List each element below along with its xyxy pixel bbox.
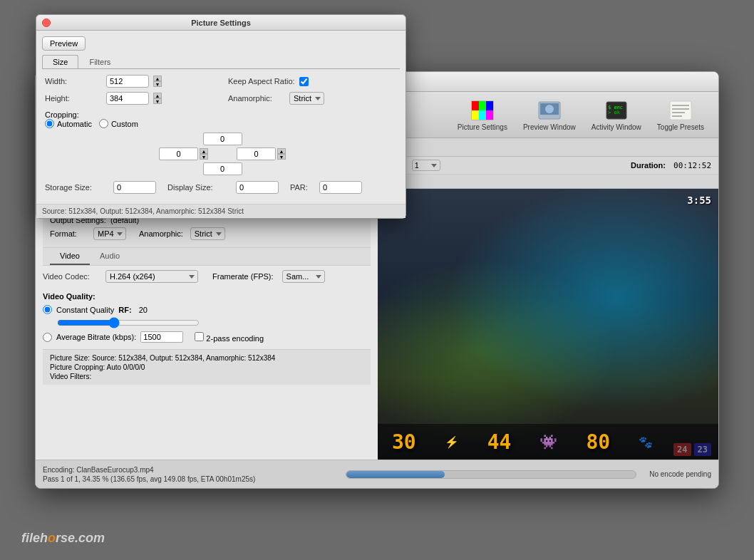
activity-window-button[interactable]: $ enc > ok Activity Window <box>584 96 649 134</box>
svg-rect-45 <box>669 299 712 319</box>
svg-marker-36 <box>648 189 718 460</box>
cropping-title: Cropping: <box>45 110 79 119</box>
codec-select[interactable]: H.264 (x264) <box>105 270 198 283</box>
progress-bar-fill <box>346 471 445 478</box>
width-input[interactable] <box>106 75 149 88</box>
crop-right-up[interactable]: ▲ <box>277 148 286 154</box>
game-preview-svg <box>378 189 718 460</box>
height-down[interactable]: ▼ <box>153 98 162 104</box>
picture-settings-label: Picture Settings <box>458 123 507 131</box>
par-input[interactable] <box>319 181 362 194</box>
svg-rect-44 <box>384 296 427 317</box>
framerate-select[interactable]: Sam... <box>282 270 325 283</box>
crop-custom-radio[interactable] <box>99 119 108 128</box>
toolbar-right: Picture Settings Preview Window $ enc <box>450 96 711 134</box>
avg-bitrate-label: Average Bitrate (kbps): <box>56 333 136 341</box>
height-input[interactable] <box>106 92 149 105</box>
crop-left-down[interactable]: ▼ <box>200 154 208 160</box>
avg-bitrate-row: Average Bitrate (kbps): 2-pass encoding <box>43 331 371 343</box>
preview-window-button[interactable]: Preview Window <box>516 96 583 134</box>
info-line3: Video Filters: <box>50 373 363 380</box>
modal-body: Preview Size Filters Width: ▲ ▼ <box>36 71 406 199</box>
anamorphic-row: Anamorphic: Strict <box>228 92 397 105</box>
score-mid: 44 <box>487 430 512 454</box>
modal-status: Source: 512x384, Output: 512x384, Anamor… <box>36 204 406 218</box>
height-spinner[interactable]: ▲ ▼ <box>153 93 162 104</box>
constant-quality-label: Constant Quality <box>56 306 114 314</box>
height-up[interactable]: ▲ <box>153 93 162 98</box>
picture-settings-icon <box>471 99 494 122</box>
storage-input[interactable] <box>113 181 156 194</box>
preview-window-label: Preview Window <box>523 123 576 131</box>
cropping-radios: Automatic Custom <box>45 119 400 128</box>
duration-label: Duration: <box>631 161 668 170</box>
middle-section: File: Browse Output Settings: (default) … <box>36 189 718 460</box>
quality-slider-container <box>43 317 371 328</box>
info-line1: Picture Size: Source: 512x384, Output: 5… <box>50 354 363 362</box>
tab-audio[interactable]: Audio <box>90 248 130 265</box>
video-quality-section: Video Quality: Constant Quality RF: 20 A… <box>43 289 371 349</box>
avg-bitrate-radio[interactable] <box>43 333 52 342</box>
svg-marker-37 <box>448 303 648 317</box>
display-input[interactable] <box>236 181 279 194</box>
svg-rect-43 <box>655 278 661 317</box>
modal-fields: Width: ▲ ▼ Keep Aspect Ratio: Height: <box>42 75 400 105</box>
crop-left-input[interactable] <box>159 147 198 160</box>
cropping-section: Cropping: Automatic Custom <box>42 110 400 175</box>
anamorphic-label: Anamorphic: <box>139 229 183 238</box>
svg-text:> ok: > ok <box>608 110 621 115</box>
svg-rect-17 <box>486 101 493 110</box>
crop-left-up[interactable]: ▲ <box>200 148 208 154</box>
twopass-checkbox[interactable] <box>195 332 204 341</box>
crop-top-input[interactable] <box>203 133 242 145</box>
crop-right-input[interactable] <box>237 147 276 160</box>
tabs-row: Video Audio <box>43 248 371 266</box>
toggle-presets-button[interactable]: Toggle Presets <box>650 96 711 134</box>
modal-anamorphic-select[interactable]: Strict <box>289 92 324 105</box>
width-row: Width: ▲ ▼ <box>45 75 214 88</box>
width-up[interactable]: ▲ <box>153 76 162 81</box>
svg-marker-34 <box>378 189 718 260</box>
crop-custom-text: Custom <box>111 120 138 128</box>
pass-status: Pass 1 of 1, 34.35 % (136.65 fps, avg 14… <box>43 475 333 483</box>
quality-slider[interactable] <box>57 317 200 328</box>
main-window: HandBrake Source Stop <box>35 71 719 489</box>
crop-grid: ▲ ▼ ▲ ▼ <box>45 133 400 175</box>
constant-quality-row: Constant Quality RF: 20 <box>43 305 371 314</box>
svg-rect-38 <box>520 260 577 317</box>
toggle-presets-label: Toggle Presets <box>657 123 704 131</box>
toggle-presets-icon <box>669 99 692 122</box>
format-select[interactable]: MP4 <box>93 227 126 240</box>
watermark: filehorse.com <box>21 531 105 546</box>
preview-area: 3:55 24 23 30 ⚡ 44 👾 80 🐾 <box>378 189 718 460</box>
bitrate-input[interactable] <box>140 331 183 343</box>
preview-window-icon <box>538 99 561 122</box>
keep-aspect-checkbox[interactable] <box>299 77 309 86</box>
score-right: 80 <box>586 430 610 454</box>
crop-auto-text: Automatic <box>57 120 92 128</box>
crop-right-down[interactable]: ▼ <box>277 154 286 160</box>
status-bar: Encoding: ClanBaseEurocup3.mp4 Pass 1 of… <box>36 460 718 488</box>
framerate-label: Framerate (FPS): <box>212 272 274 281</box>
crop-auto-radio[interactable] <box>45 119 54 128</box>
width-spinner[interactable]: ▲ ▼ <box>153 76 162 87</box>
constant-quality-radio[interactable] <box>43 305 52 314</box>
info-line2: Picture Cropping: Auto 0/0/0/0 <box>50 363 363 371</box>
watermark-text: filehorse.com <box>21 531 105 545</box>
preview-image: 3:55 24 23 30 ⚡ 44 👾 80 🐾 <box>378 189 718 460</box>
anamorphic-select[interactable]: Strict <box>190 227 225 240</box>
svg-rect-32 <box>378 189 718 460</box>
picture-settings-button[interactable]: Picture Settings <box>450 96 515 134</box>
rf-label: RF: <box>118 306 131 314</box>
width-label: Width: <box>45 77 102 85</box>
twopass-label: 2-pass encoding <box>206 334 264 343</box>
picture-settings-modal: Picture Settings Preview Size Filters Wi… <box>36 71 406 219</box>
svg-rect-42 <box>434 274 440 317</box>
width-down[interactable]: ▼ <box>153 81 162 87</box>
angle-select[interactable]: 1 <box>412 160 440 171</box>
crop-bottom-input[interactable] <box>203 162 242 175</box>
tab-video[interactable]: Video <box>50 248 90 265</box>
svg-rect-20 <box>486 110 493 120</box>
progress-bar-container <box>346 470 637 479</box>
duration-value: 00:12:52 <box>673 161 711 170</box>
